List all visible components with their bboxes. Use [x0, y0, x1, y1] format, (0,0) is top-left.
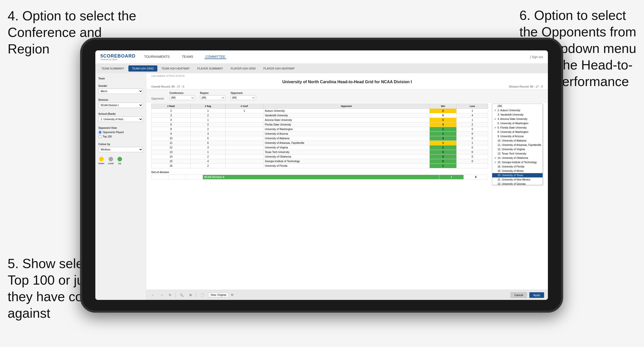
table-row: 10 5 University of Alabama 3 0: [152, 136, 488, 141]
table-row: 14 2 University of Oklahoma 2 0: [152, 155, 488, 159]
dropdown-item-label: ✓ 15. Georgia Institute of Technology: [494, 161, 541, 164]
settings-btn[interactable]: ⚙: [188, 293, 193, 298]
dropdown-item[interactable]: ✓ 13. Texas Tech University: [492, 151, 543, 156]
opponent-view-section: Opponent View Opponents Played Top 100: [98, 127, 143, 138]
redo-btn[interactable]: →: [159, 293, 165, 298]
table-area: # Rank # Rag # Conf Opponent Win Loss 2: [146, 102, 548, 290]
dropdown-item[interactable]: ✓ 15. Georgia Institute of Technology: [492, 160, 543, 164]
dropdown-item-label: ✓ 13. Texas Tech University: [494, 152, 541, 155]
legend-up: Up: [117, 157, 122, 165]
cell-loss: 4: [457, 113, 488, 118]
clock-btn[interactable]: 🕐: [199, 293, 206, 298]
nav-tournaments[interactable]: TOURNAMENTS: [143, 55, 171, 59]
colour-by-label: Colour by: [98, 143, 143, 146]
dropdown-item[interactable]: ✓ 11. University of Arkansas, Fayettevil…: [492, 143, 543, 147]
cell-rag: 4: [191, 159, 225, 164]
dropdown-item[interactable]: ✓ 12. University of Virginia: [492, 147, 543, 151]
cell-rag: 6: [191, 141, 225, 145]
cell-win: 5: [429, 118, 457, 122]
tab-team-h2h-heatmap[interactable]: TEAM H2H HEATMAP: [158, 65, 193, 72]
dropdown-item-label: ✓ 2. Auburn University: [494, 109, 541, 112]
main-table-wrapper: # Rank # Rag # Conf Opponent Win Loss 2: [151, 104, 488, 288]
cell-conf: [225, 118, 263, 122]
table-row: 9 3 University of Arizona 1 0: [152, 132, 488, 136]
sub-nav: TEAM SUMMARY TEAM H2H GRID TEAM H2H HEAT…: [95, 64, 548, 73]
dropdown-item[interactable]: ✓ 3. Vanderbilt University: [492, 113, 543, 117]
dropdown-item-label: ✓ 20. University of Texas: [494, 174, 541, 177]
dropdown-item[interactable]: ✓ 4. Arizona State University: [492, 117, 543, 121]
table-row: 13 1 Texas Tech University 3 0: [152, 150, 488, 155]
dropdown-item[interactable]: ✓ 9. University of Arizona: [492, 134, 543, 138]
top-nav: 5COREBOARD Powered by Cloud TOURNAMENTS …: [95, 50, 548, 64]
tab-team-summary[interactable]: TEAM SUMMARY: [98, 65, 128, 72]
dropdown-item[interactable]: ✓ 20. University of Texas: [492, 173, 543, 177]
colour-by-select[interactable]: Win/loss: [98, 147, 143, 152]
dropdown-item[interactable]: ✓ 18. University of Illinois: [492, 169, 543, 173]
conference-select[interactable]: (All): [170, 95, 195, 100]
table-row: 16 2 University of Florida 1: [152, 164, 488, 168]
dropdown-item[interactable]: ✓ 2. Auburn University: [492, 108, 543, 113]
logo-scoreboard: 5COREBOARD: [100, 53, 136, 59]
tablet-screen: 5COREBOARD Powered by Cloud TOURNAMENTS …: [95, 50, 548, 300]
dropdown-item[interactable]: ✓ 22. University of Georgia: [492, 182, 543, 185]
gender-section: Gender Men's: [98, 85, 143, 94]
cell-loss: [457, 164, 488, 168]
dropdown-item[interactable]: ✓ 8. University of Washington: [492, 130, 543, 134]
radio-opponents-played[interactable]: Opponents Played: [98, 131, 143, 134]
cell-rag: 5: [191, 136, 225, 141]
cell-opponent-name: University of Arkansas, Fayetteville: [263, 141, 429, 145]
division-record: Division Record: 88 - 17 - 0: [509, 85, 543, 88]
cell-win: 2: [429, 109, 457, 113]
cell-loss: 2: [457, 122, 488, 127]
dropdown-item[interactable]: ✓ (All): [492, 104, 543, 108]
dropdown-item[interactable]: ✓ 6. Florida State University: [492, 126, 543, 130]
nav-committee[interactable]: COMMITTEE: [204, 55, 226, 59]
cancel-button[interactable]: Cancel: [511, 292, 527, 298]
dropdown-item-label: ✓ 10. University of Alabama: [494, 139, 541, 142]
school-select[interactable]: 1. University of Nort...: [98, 117, 143, 122]
col-opponent: Opponent: [263, 104, 429, 109]
view-original-btn[interactable]: View: Original: [208, 293, 229, 297]
tab-team-h2h-grid[interactable]: TEAM H2H GRID: [128, 65, 157, 72]
refresh-btn[interactable]: ↻: [167, 293, 173, 298]
apply-button[interactable]: Apply: [529, 292, 544, 298]
cell-rag: 1: [191, 118, 225, 122]
tab-player-h2h-grid[interactable]: PLAYER H2H GRID: [227, 65, 259, 72]
gender-label: Gender: [98, 85, 143, 87]
table-row: 8 2 University of Washington 1 0: [152, 127, 488, 132]
cell-loss: 0: [457, 150, 488, 155]
radio-top-100[interactable]: Top 100: [98, 135, 143, 138]
undo-btn[interactable]: ←: [150, 293, 156, 298]
cell-rank: 14: [152, 155, 191, 159]
dropdown-item[interactable]: ✓ 21. University of New Mexico: [492, 177, 543, 182]
gender-select[interactable]: Men's: [98, 89, 143, 94]
opponent-dropdown[interactable]: ✓ (All)✓ 2. Auburn University✓ 3. Vander…: [492, 104, 543, 185]
cell-rag: 2: [191, 122, 225, 127]
cell-win: 4: [429, 122, 457, 127]
col-loss: Loss: [457, 104, 488, 109]
dropdown-item[interactable]: ✓ 10. University of Alabama: [492, 138, 543, 143]
opponent-select[interactable]: (All): [231, 95, 256, 100]
zoom-btn[interactable]: 🔍: [178, 293, 185, 298]
cell-conf: [225, 141, 263, 145]
division-label: Division: [98, 99, 143, 101]
nav-teams[interactable]: TEAMS: [181, 55, 194, 59]
school-section: School (Rank) 1. University of Nort...: [98, 113, 143, 122]
cell-win: 3: [429, 150, 457, 155]
cell-conf: [225, 155, 263, 159]
cell-rank: 10: [152, 136, 191, 141]
cell-conf: [225, 122, 263, 127]
cell-rag: 3: [191, 132, 225, 136]
region-select[interactable]: (All): [200, 95, 226, 100]
dropdown-item[interactable]: ✓ 16. University of Florida: [492, 164, 543, 169]
dropdown-item[interactable]: ✓ 5. University of Washington: [492, 121, 543, 126]
table-row: 12 3 University of Virginia 1 0: [152, 145, 488, 150]
tab-player-h2h-heatmap[interactable]: PLAYER H2H HEATMAP: [260, 65, 298, 72]
dropdown-item[interactable]: ✓ 14. University of Oklahoma: [492, 156, 543, 160]
dropdown-item-label: ✓ 4. Arizona State University: [494, 118, 541, 120]
tab-player-summary[interactable]: PLAYER SUMMARY: [194, 65, 227, 72]
division-select[interactable]: NCAA Division I: [98, 103, 143, 108]
legend-level-dot: [109, 157, 113, 161]
filter-opponent: Opponent (All): [231, 92, 256, 100]
cell-rank: 15: [152, 159, 191, 164]
